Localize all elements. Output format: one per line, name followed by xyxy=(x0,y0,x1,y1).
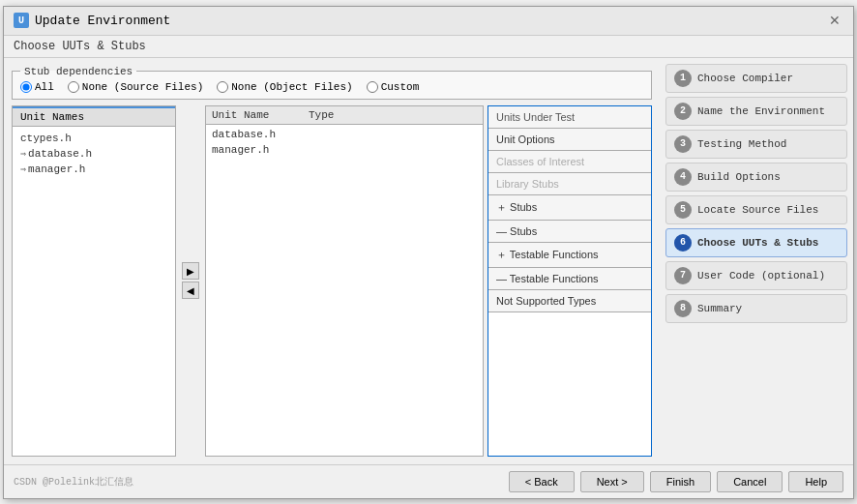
middle-section: Unit Name Type database.h manager.h xyxy=(205,105,484,457)
step-8-button[interactable]: 8 Summary xyxy=(665,294,847,323)
radio-none-object[interactable]: None (Object Files) xyxy=(217,81,352,93)
move-left-button[interactable]: ◀ xyxy=(182,282,199,299)
add-stubs-button[interactable]: ＋ Stubs xyxy=(488,195,651,221)
remove-testable-button[interactable]: — Testable Functions xyxy=(488,268,651,290)
step-2-label: Name the Environment xyxy=(697,105,825,117)
unit-names-tab[interactable]: Unit Names xyxy=(13,106,175,127)
step-2-number: 2 xyxy=(674,103,692,120)
step-5-number: 5 xyxy=(674,201,692,219)
step-1-number: 1 xyxy=(674,70,692,87)
step-3-button[interactable]: 3 Testing Method xyxy=(665,130,847,159)
step-7-number: 7 xyxy=(674,267,692,284)
unit-table: Unit Name Type database.h manager.h xyxy=(205,105,484,457)
unit-options-button[interactable]: Unit Options xyxy=(488,129,651,151)
arrow-right-icon: ⇒ xyxy=(20,148,26,160)
table-row[interactable]: database.h xyxy=(212,127,477,142)
help-button[interactable]: Help xyxy=(788,471,843,492)
step-8-number: 8 xyxy=(674,300,692,317)
add-testable-button[interactable]: ＋ Testable Functions xyxy=(488,243,651,268)
move-right-button[interactable]: ▶ xyxy=(182,262,199,280)
stub-dependencies-group: Stub dependencies All None (Source Files… xyxy=(12,66,652,100)
library-stubs-button[interactable]: Library Stubs xyxy=(488,173,651,195)
next-button[interactable]: Next > xyxy=(580,471,644,492)
step-6-button[interactable]: 6 Choose UUTs & Stubs xyxy=(665,228,847,257)
radio-group: All None (Source Files) None (Object Fil… xyxy=(20,81,643,93)
list-item[interactable]: ctypes.h xyxy=(16,131,171,146)
radio-all[interactable]: All xyxy=(20,81,54,93)
step-8-label: Summary xyxy=(697,303,742,314)
step-6-number: 6 xyxy=(674,234,692,252)
stub-dependencies-legend: Stub dependencies xyxy=(20,66,136,77)
step-1-label: Choose Compiler xyxy=(697,73,793,84)
table-header: Unit Name Type xyxy=(206,106,483,125)
step-6-label: Choose UUTs & Stubs xyxy=(697,237,818,249)
bottom-bar: CSDN @Polelink北汇信息 < Back Next > Finish … xyxy=(4,464,853,498)
subtitle-bar: Choose UUTs & Stubs xyxy=(4,36,853,58)
step-4-number: 4 xyxy=(674,168,692,186)
main-content: Stub dependencies All None (Source Files… xyxy=(4,58,853,464)
step-7-label: User Code (optional) xyxy=(697,270,825,282)
step-7-button[interactable]: 7 User Code (optional) xyxy=(665,261,847,290)
step-5-button[interactable]: 5 Locate Source Files xyxy=(665,195,847,224)
watermark-text: CSDN @Polelink北汇信息 xyxy=(14,475,133,489)
table-row[interactable]: manager.h xyxy=(212,142,477,158)
radio-custom[interactable]: Custom xyxy=(367,81,420,93)
radio-none-source[interactable]: None (Source Files) xyxy=(68,81,203,93)
list-item[interactable]: ⇒ database.h xyxy=(16,146,171,162)
left-panel: Stub dependencies All None (Source Files… xyxy=(4,58,660,464)
step-2-button[interactable]: 2 Name the Environment xyxy=(665,97,847,126)
unit-names-panel: Unit Names ctypes.h ⇒ database.h ⇒ manag… xyxy=(12,105,176,457)
close-button[interactable]: ✕ xyxy=(826,12,843,29)
nav-arrows: ▶ ◀ xyxy=(180,105,201,457)
cancel-button[interactable]: Cancel xyxy=(717,471,783,492)
update-environment-dialog: U Update Environment ✕ Choose UUTs & Stu… xyxy=(3,6,854,499)
finish-button[interactable]: Finish xyxy=(650,471,711,492)
step-5-label: Locate Source Files xyxy=(697,204,818,216)
steps-panel: 1 Choose Compiler 2 Name the Environment… xyxy=(660,58,853,464)
not-supported-button[interactable]: Not Supported Types xyxy=(488,290,651,312)
col-type: Type xyxy=(309,109,477,121)
subtitle-text: Choose UUTs & Stubs xyxy=(14,40,146,53)
step-3-number: 3 xyxy=(674,135,692,153)
col-unit-name: Unit Name xyxy=(212,109,309,121)
classes-of-interest-button[interactable]: Classes of Interest xyxy=(488,151,651,173)
right-buttons-panel: Units Under Test Unit Options Classes of… xyxy=(488,105,652,457)
table-body: database.h manager.h xyxy=(206,125,483,456)
unit-names-list: ctypes.h ⇒ database.h ⇒ manager.h xyxy=(13,127,175,456)
step-1-button[interactable]: 1 Choose Compiler xyxy=(665,64,847,93)
dialog-icon: U xyxy=(14,13,29,28)
remove-stubs-button[interactable]: — Stubs xyxy=(488,221,651,243)
step-4-label: Build Options xyxy=(697,171,781,183)
step-3-label: Testing Method xyxy=(697,138,786,150)
titlebar: U Update Environment ✕ xyxy=(4,7,853,36)
dialog-title: Update Environment xyxy=(35,14,170,28)
content-area: Unit Names ctypes.h ⇒ database.h ⇒ manag… xyxy=(12,105,652,457)
titlebar-left: U Update Environment xyxy=(14,13,170,28)
list-item[interactable]: ⇒ manager.h xyxy=(16,162,171,177)
back-button[interactable]: < Back xyxy=(509,471,575,492)
arrow-right-icon: ⇒ xyxy=(20,163,26,175)
units-under-test-button[interactable]: Units Under Test xyxy=(488,106,651,129)
step-4-button[interactable]: 4 Build Options xyxy=(665,163,847,192)
